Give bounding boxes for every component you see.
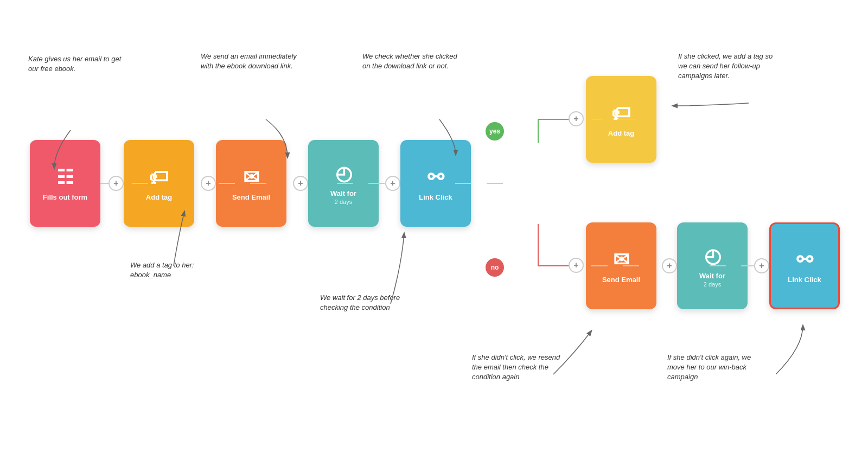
annotation-6: We wait for 2 days before checking the c… bbox=[320, 293, 418, 312]
tag-icon-2: 🏷 bbox=[611, 102, 631, 125]
card-wait-sublabel-2: 2 days bbox=[704, 281, 721, 288]
connector-5[interactable]: + bbox=[662, 258, 677, 273]
tag-icon-1: 🏷 bbox=[149, 166, 169, 189]
link-icon-1: ⚯ bbox=[427, 166, 444, 189]
card-wait-for-2[interactable]: ◴ Wait for 2 days bbox=[677, 222, 748, 309]
annotation-8: If she didn't click again, we move her t… bbox=[667, 353, 765, 382]
card-link-click-label-1: Link Click bbox=[419, 193, 452, 201]
annotation-7: If she didn't click, we resend the email… bbox=[472, 353, 570, 382]
card-link-click-1[interactable]: ⚯ Link Click bbox=[400, 140, 471, 227]
card-send-email-label-2: Send Email bbox=[602, 276, 640, 284]
card-link-click-2[interactable]: ⚯ Link Click bbox=[769, 222, 840, 309]
card-send-email-2[interactable]: ✉ Send Email bbox=[586, 222, 656, 309]
card-add-tag-label-1: Add tag bbox=[146, 193, 172, 201]
badge-no: no bbox=[486, 258, 504, 277]
badge-yes: yes bbox=[486, 122, 504, 141]
card-send-email-label-1: Send Email bbox=[232, 193, 270, 201]
workflow-canvas: Kate gives us her email to get our free … bbox=[0, 0, 868, 453]
card-link-click-label-2: Link Click bbox=[788, 276, 821, 284]
card-wait-for-1[interactable]: ◴ Wait for 2 days bbox=[308, 140, 379, 227]
connector-3[interactable]: + bbox=[293, 176, 308, 191]
clock-icon-2: ◴ bbox=[704, 245, 721, 267]
annotation-1: Kate gives us her email to get our free … bbox=[28, 54, 126, 74]
card-add-tag-label-2: Add tag bbox=[608, 129, 634, 137]
email-icon-1: ✉ bbox=[243, 166, 259, 189]
annotation-2: We send an email immediately with the eb… bbox=[201, 52, 298, 71]
connector-no[interactable]: + bbox=[569, 258, 584, 273]
connector-1[interactable]: + bbox=[108, 176, 124, 191]
annotation-5: We add a tag to her: ebook_name bbox=[130, 260, 228, 280]
link-icon-2: ⚯ bbox=[796, 248, 813, 271]
card-add-tag-1[interactable]: 🏷 Add tag bbox=[124, 140, 194, 227]
card-send-email-1[interactable]: ✉ Send Email bbox=[216, 140, 286, 227]
connector-4[interactable]: + bbox=[385, 176, 400, 191]
card-wait-label-2: Wait for bbox=[699, 272, 725, 280]
connector-yes[interactable]: + bbox=[569, 111, 584, 126]
email-icon-2: ✉ bbox=[613, 248, 629, 271]
card-add-tag-2[interactable]: 🏷 Add tag bbox=[586, 76, 656, 163]
annotation-3: We check whether she clicked on the down… bbox=[362, 52, 460, 71]
annotation-4: If she clicked, we add a tag so we can s… bbox=[678, 52, 776, 81]
form-icon: ☷ bbox=[56, 166, 74, 189]
card-fills-label: Fills out form bbox=[43, 193, 87, 201]
connector-6[interactable]: + bbox=[754, 258, 769, 273]
clock-icon-1: ◴ bbox=[335, 162, 352, 185]
card-fills-out-form[interactable]: ☷ Fills out form bbox=[30, 140, 100, 227]
connector-2[interactable]: + bbox=[201, 176, 216, 191]
card-wait-label-1: Wait for bbox=[330, 189, 356, 197]
card-wait-sublabel-1: 2 days bbox=[335, 199, 352, 205]
